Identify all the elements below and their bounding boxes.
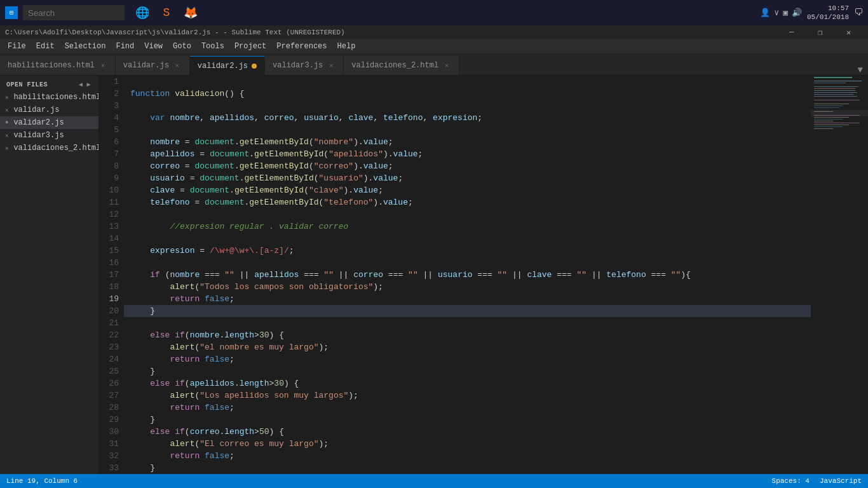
tab-label: validar.js	[123, 61, 169, 70]
nav-left-arrow[interactable]: ◀	[78, 81, 85, 88]
minimap[interactable]	[811, 76, 868, 474]
minimap-svg	[811, 76, 868, 470]
tab-overflow[interactable]: ▼	[853, 65, 868, 75]
tab-close-validar3[interactable]: ✕	[327, 61, 336, 70]
titlebar: C:\Users\Adolfi\Desktop\Javascript\js\va…	[0, 25, 868, 39]
ln-3: 3	[98, 100, 119, 112]
menu-tools[interactable]: Tools	[196, 39, 229, 53]
sidebar-close-validar2[interactable]: ●	[5, 119, 8, 126]
titlebar-controls: — ❐ ✕	[777, 25, 863, 39]
svg-rect-17	[814, 117, 849, 118]
tab-validar2[interactable]: validar2.js	[190, 56, 265, 75]
tab-close-validar[interactable]: ✕	[173, 61, 182, 70]
sidebar-close-habilitaciones[interactable]: ✕	[5, 94, 8, 101]
sidebar-close-validar[interactable]: ✕	[5, 107, 8, 114]
sidebar-item-validar3[interactable]: ✕ validar3.js	[0, 129, 98, 142]
clock-time: 10:57	[807, 4, 849, 13]
taskbar-search[interactable]	[23, 5, 125, 20]
ln-20: 20	[98, 305, 119, 317]
tab-validar[interactable]: validar.js ✕	[116, 56, 190, 75]
menu-file[interactable]: File	[3, 39, 31, 53]
svg-rect-7	[814, 92, 857, 93]
tab-modified-dot	[252, 64, 257, 69]
menu-view[interactable]: View	[139, 39, 168, 53]
sidebar-label-validaciones2: validaciones_2.html	[13, 144, 98, 152]
ln-16: 16	[98, 257, 119, 269]
menu-edit[interactable]: Edit	[31, 39, 60, 53]
svg-rect-20	[814, 123, 860, 123]
ln-5: 5	[98, 124, 119, 136]
sidebar-item-validaciones2[interactable]: ✕ validaciones_2.html	[0, 142, 98, 154]
tab-close-habilitaciones[interactable]: ✕	[98, 61, 107, 70]
svg-rect-18	[814, 119, 843, 119]
sidebar-item-validar2[interactable]: ● validar2.js	[0, 116, 98, 129]
ln-9: 9	[98, 172, 119, 184]
sidebar-item-habilitaciones[interactable]: ✕ habilitaciones.html	[0, 91, 98, 104]
sidebar-close-validaciones2[interactable]: ✕	[5, 145, 8, 152]
ln-2: 2	[98, 88, 119, 100]
svg-rect-13	[814, 107, 839, 108]
taskbar-firefox-icon[interactable]: 🦊	[180, 3, 201, 23]
sidebar-label-validar2: validar2.js	[13, 118, 64, 127]
windows-icon[interactable]: ⊞	[5, 6, 18, 19]
svg-rect-16	[814, 115, 860, 116]
code-area: 1 2 3 4 5 6 7 8 9 10 11 12 13 14 15 16 1…	[98, 76, 868, 474]
ln-10: 10	[98, 184, 119, 196]
minimize-button[interactable]: —	[777, 25, 806, 39]
menu-selection[interactable]: Selection	[60, 39, 111, 53]
svg-rect-10	[814, 100, 860, 100]
statusbar-language[interactable]: JavaScript	[820, 477, 862, 485]
sidebar-item-validar[interactable]: ✕ validar.js	[0, 104, 98, 116]
svg-rect-15	[814, 111, 833, 112]
ln-31: 31	[98, 438, 119, 450]
svg-rect-22	[814, 126, 843, 127]
tab-habilitaciones[interactable]: habilitaciones.html ✕	[0, 56, 116, 75]
ln-14: 14	[98, 233, 119, 245]
svg-rect-4	[814, 86, 858, 87]
taskbar: ⊞ 🌐 S 🦊 👤 ∨ ▣ 🔊 10:57 05/01/2018 🗨	[0, 0, 868, 25]
sound-icon: 🔊	[792, 8, 802, 18]
maximize-button[interactable]: ❐	[806, 25, 834, 39]
code-content[interactable]: function validacion() { var nombre, apel…	[124, 76, 811, 474]
sidebar-label-habilitaciones: habilitaciones.html	[13, 93, 98, 102]
ln-33: 33	[98, 462, 119, 474]
statusbar-position[interactable]: Line 19, Column 6	[6, 477, 78, 485]
titlebar-path: C:\Users\Adolfi\Desktop\Javascript\js\va…	[5, 29, 777, 36]
ln-17: 17	[98, 269, 119, 281]
tab-close-validaciones2[interactable]: ✕	[442, 61, 451, 70]
svg-rect-2	[814, 81, 862, 81]
statusbar-right: Spaces: 4 JavaScript	[772, 477, 862, 485]
tab-validar3[interactable]: validar3.js ✕	[265, 56, 344, 75]
main-area: OPEN FILES ◀ ▶ ✕ habilitaciones.html ✕ v…	[0, 76, 868, 474]
notification-icon[interactable]: 🗨	[854, 8, 863, 18]
sidebar-close-validar3[interactable]: ✕	[5, 132, 8, 139]
close-button[interactable]: ✕	[834, 25, 863, 39]
tabbar: habilitaciones.html ✕ validar.js ✕ valid…	[0, 53, 868, 76]
editor[interactable]: 1 2 3 4 5 6 7 8 9 10 11 12 13 14 15 16 1…	[98, 76, 868, 474]
taskbar-browser-icon[interactable]: 🌐	[132, 3, 153, 23]
svg-rect-5	[814, 88, 855, 89]
nav-right-arrow[interactable]: ▶	[85, 81, 92, 88]
ln-19: 19	[98, 293, 119, 305]
taskbar-sublime-icon[interactable]: S	[156, 3, 177, 23]
ln-11: 11	[98, 196, 119, 208]
tab-validaciones2[interactable]: validaciones_2.html ✕	[344, 56, 459, 75]
ln-27: 27	[98, 390, 119, 402]
svg-rect-6	[814, 90, 855, 91]
taskbar-icons: 🌐 S 🦊	[132, 3, 201, 23]
ln-28: 28	[98, 402, 119, 414]
svg-rect-8	[814, 94, 853, 95]
statusbar-spaces[interactable]: Spaces: 4	[772, 477, 810, 485]
ln-1: 1	[98, 76, 119, 88]
menu-goto[interactable]: Goto	[168, 39, 196, 53]
sidebar-header: OPEN FILES ◀ ▶	[0, 76, 98, 91]
ln-13: 13	[98, 220, 119, 233]
svg-rect-23	[814, 128, 833, 129]
ln-8: 8	[98, 160, 119, 172]
nav-arrows: ◀ ▶	[78, 81, 92, 88]
menu-preferences[interactable]: Preferences	[271, 39, 332, 53]
menu-help[interactable]: Help	[332, 39, 361, 53]
menu-project[interactable]: Project	[229, 39, 271, 53]
menu-find[interactable]: Find	[111, 39, 139, 53]
chevron-icon: ∨	[774, 8, 779, 18]
